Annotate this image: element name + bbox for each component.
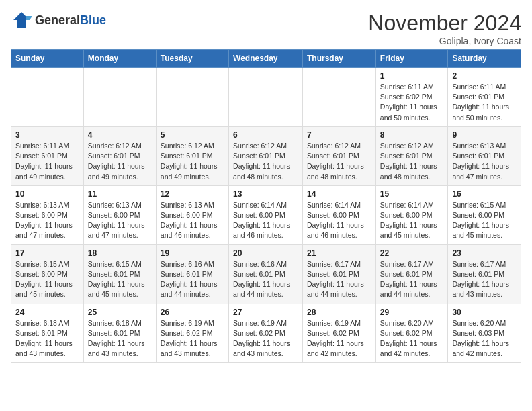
day-info: Sunrise: 6:20 AMSunset: 6:02 PMDaylight:…	[380, 318, 444, 359]
day-info: Sunrise: 6:16 AMSunset: 6:01 PMDaylight:…	[161, 259, 224, 300]
calendar-cell: 29Sunrise: 6:20 AMSunset: 6:02 PMDayligh…	[375, 304, 448, 363]
weekday-header-wednesday: Wednesday	[229, 50, 303, 68]
calendar-week-2: 3Sunrise: 6:11 AMSunset: 6:01 PMDaylight…	[11, 126, 521, 185]
title-block: November 2024 Golipla, Ivory Coast	[368, 11, 521, 46]
calendar-cell: 21Sunrise: 6:17 AMSunset: 6:01 PMDayligh…	[303, 244, 376, 304]
day-number: 15	[380, 189, 444, 199]
calendar-cell: 18Sunrise: 6:15 AMSunset: 6:01 PMDayligh…	[83, 244, 156, 304]
day-info: Sunrise: 6:12 AMSunset: 6:01 PMDaylight:…	[380, 141, 444, 182]
calendar-table: SundayMondayTuesdayWednesdayThursdayFrid…	[11, 49, 521, 363]
day-number: 5	[161, 130, 224, 140]
day-info: Sunrise: 6:15 AMSunset: 6:00 PMDaylight:…	[452, 200, 517, 241]
logo: GeneralBlue	[11, 11, 106, 30]
calendar-cell: 11Sunrise: 6:13 AMSunset: 6:00 PMDayligh…	[83, 185, 156, 244]
calendar-cell: 22Sunrise: 6:17 AMSunset: 6:01 PMDayligh…	[375, 244, 448, 304]
day-number: 29	[380, 308, 444, 317]
day-info: Sunrise: 6:12 AMSunset: 6:01 PMDaylight:…	[307, 141, 371, 182]
day-info: Sunrise: 6:18 AMSunset: 6:01 PMDaylight:…	[15, 318, 79, 359]
day-number: 2	[452, 71, 517, 81]
day-info: Sunrise: 6:12 AMSunset: 6:01 PMDaylight:…	[233, 141, 298, 182]
day-info: Sunrise: 6:16 AMSunset: 6:01 PMDaylight:…	[233, 259, 298, 300]
location: Golipla, Ivory Coast	[368, 36, 521, 46]
day-info: Sunrise: 6:15 AMSunset: 6:01 PMDaylight:…	[88, 259, 152, 300]
day-info: Sunrise: 6:11 AMSunset: 6:02 PMDaylight:…	[380, 82, 444, 123]
day-number: 12	[161, 189, 224, 199]
calendar-cell	[156, 68, 228, 127]
day-info: Sunrise: 6:17 AMSunset: 6:01 PMDaylight:…	[380, 259, 444, 300]
day-info: Sunrise: 6:19 AMSunset: 6:02 PMDaylight:…	[161, 318, 224, 359]
day-info: Sunrise: 6:14 AMSunset: 6:00 PMDaylight:…	[233, 200, 298, 241]
calendar-cell: 2Sunrise: 6:11 AMSunset: 6:01 PMDaylight…	[448, 68, 521, 127]
day-info: Sunrise: 6:14 AMSunset: 6:00 PMDaylight:…	[380, 200, 444, 241]
calendar-cell: 17Sunrise: 6:15 AMSunset: 6:00 PMDayligh…	[11, 244, 84, 304]
logo-blue-text: Blue	[80, 13, 106, 27]
day-info: Sunrise: 6:13 AMSunset: 6:01 PMDaylight:…	[452, 141, 517, 182]
weekday-header-monday: Monday	[83, 50, 156, 68]
calendar-cell: 8Sunrise: 6:12 AMSunset: 6:01 PMDaylight…	[375, 126, 448, 185]
calendar-cell: 13Sunrise: 6:14 AMSunset: 6:00 PMDayligh…	[229, 185, 303, 244]
day-number: 30	[452, 308, 517, 317]
day-number: 11	[88, 189, 152, 199]
page-header: GeneralBlue November 2024 Golipla, Ivory…	[11, 11, 521, 46]
calendar-cell: 16Sunrise: 6:15 AMSunset: 6:00 PMDayligh…	[448, 185, 521, 244]
calendar-cell: 26Sunrise: 6:19 AMSunset: 6:02 PMDayligh…	[156, 304, 228, 363]
calendar-cell	[11, 68, 84, 127]
day-number: 6	[233, 130, 298, 140]
day-number: 10	[15, 189, 79, 199]
day-number: 24	[15, 308, 79, 317]
day-number: 25	[88, 308, 152, 317]
day-info: Sunrise: 6:12 AMSunset: 6:01 PMDaylight:…	[161, 141, 224, 182]
day-number: 1	[380, 71, 444, 81]
day-info: Sunrise: 6:19 AMSunset: 6:02 PMDaylight:…	[233, 318, 298, 359]
day-info: Sunrise: 6:15 AMSunset: 6:00 PMDaylight:…	[15, 259, 79, 300]
calendar-cell: 12Sunrise: 6:13 AMSunset: 6:00 PMDayligh…	[156, 185, 228, 244]
calendar-cell: 25Sunrise: 6:18 AMSunset: 6:01 PMDayligh…	[83, 304, 156, 363]
day-info: Sunrise: 6:12 AMSunset: 6:01 PMDaylight:…	[88, 141, 152, 182]
day-info: Sunrise: 6:11 AMSunset: 6:01 PMDaylight:…	[452, 82, 517, 123]
calendar-cell: 7Sunrise: 6:12 AMSunset: 6:01 PMDaylight…	[303, 126, 376, 185]
calendar-cell: 30Sunrise: 6:20 AMSunset: 6:03 PMDayligh…	[448, 304, 521, 363]
calendar-cell: 4Sunrise: 6:12 AMSunset: 6:01 PMDaylight…	[83, 126, 156, 185]
weekday-header-sunday: Sunday	[11, 50, 84, 68]
weekday-header-saturday: Saturday	[448, 50, 521, 68]
weekday-header-friday: Friday	[375, 50, 448, 68]
day-number: 27	[233, 308, 298, 317]
day-number: 7	[307, 130, 371, 140]
day-number: 4	[88, 130, 152, 140]
day-info: Sunrise: 6:13 AMSunset: 6:00 PMDaylight:…	[161, 200, 224, 241]
day-number: 23	[452, 248, 517, 258]
calendar-cell: 9Sunrise: 6:13 AMSunset: 6:01 PMDaylight…	[448, 126, 521, 185]
calendar-cell	[303, 68, 376, 127]
calendar-cell: 10Sunrise: 6:13 AMSunset: 6:00 PMDayligh…	[11, 185, 84, 244]
day-number: 13	[233, 189, 298, 199]
day-number: 28	[307, 308, 371, 317]
calendar-header: SundayMondayTuesdayWednesdayThursdayFrid…	[11, 50, 521, 68]
day-info: Sunrise: 6:13 AMSunset: 6:00 PMDaylight:…	[88, 200, 152, 241]
calendar-body: 1Sunrise: 6:11 AMSunset: 6:02 PMDaylight…	[11, 68, 521, 363]
day-number: 14	[307, 189, 371, 199]
day-number: 3	[15, 130, 79, 140]
calendar-cell: 20Sunrise: 6:16 AMSunset: 6:01 PMDayligh…	[229, 244, 303, 304]
calendar-cell: 28Sunrise: 6:19 AMSunset: 6:02 PMDayligh…	[303, 304, 376, 363]
day-info: Sunrise: 6:18 AMSunset: 6:01 PMDaylight:…	[88, 318, 152, 359]
day-info: Sunrise: 6:14 AMSunset: 6:00 PMDaylight:…	[307, 200, 371, 241]
day-number: 19	[161, 248, 224, 258]
day-number: 20	[233, 248, 298, 258]
day-info: Sunrise: 6:20 AMSunset: 6:03 PMDaylight:…	[452, 318, 517, 359]
day-number: 22	[380, 248, 444, 258]
day-info: Sunrise: 6:13 AMSunset: 6:00 PMDaylight:…	[15, 200, 79, 241]
calendar-cell: 27Sunrise: 6:19 AMSunset: 6:02 PMDayligh…	[229, 304, 303, 363]
svg-marker-1	[26, 16, 32, 20]
day-number: 9	[452, 130, 517, 140]
month-title: November 2024	[368, 11, 521, 36]
weekday-header-tuesday: Tuesday	[156, 50, 228, 68]
day-number: 17	[15, 248, 79, 258]
day-info: Sunrise: 6:17 AMSunset: 6:01 PMDaylight:…	[452, 259, 517, 300]
calendar-cell: 15Sunrise: 6:14 AMSunset: 6:00 PMDayligh…	[375, 185, 448, 244]
calendar-week-4: 17Sunrise: 6:15 AMSunset: 6:00 PMDayligh…	[11, 244, 521, 304]
day-number: 21	[307, 248, 371, 258]
day-number: 8	[380, 130, 444, 140]
calendar-cell	[83, 68, 156, 127]
day-info: Sunrise: 6:11 AMSunset: 6:01 PMDaylight:…	[15, 141, 79, 182]
weekday-header-row: SundayMondayTuesdayWednesdayThursdayFrid…	[11, 50, 521, 68]
